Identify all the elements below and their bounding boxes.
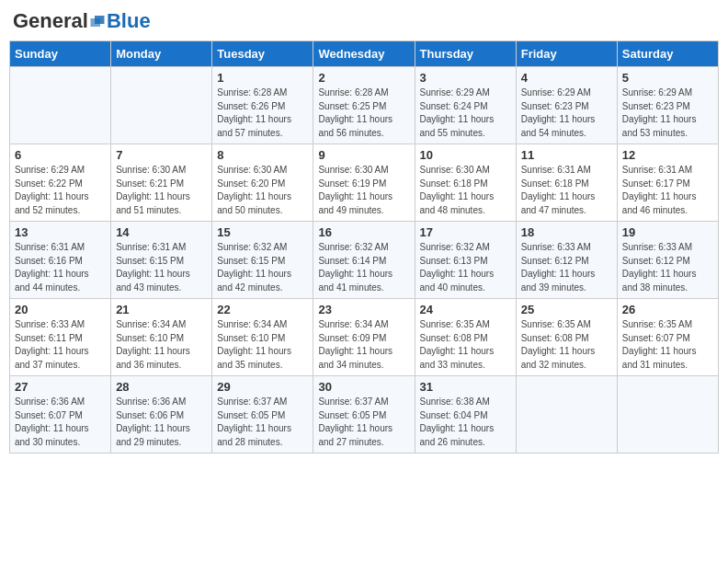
calendar-cell: 27Sunrise: 6:36 AM Sunset: 6:07 PM Dayli… — [10, 376, 111, 454]
calendar-week-row: 6Sunrise: 6:29 AM Sunset: 6:22 PM Daylig… — [10, 144, 719, 222]
day-info: Sunrise: 6:30 AM Sunset: 6:20 PM Dayligh… — [217, 164, 308, 217]
day-number: 10 — [420, 148, 511, 162]
weekday-header-thursday: Thursday — [415, 41, 516, 67]
calendar-cell: 16Sunrise: 6:32 AM Sunset: 6:14 PM Dayli… — [313, 222, 415, 299]
day-info: Sunrise: 6:31 AM Sunset: 6:18 PM Dayligh… — [521, 164, 612, 217]
weekday-header-tuesday: Tuesday — [212, 41, 313, 67]
calendar-cell: 26Sunrise: 6:35 AM Sunset: 6:07 PM Dayli… — [617, 299, 718, 376]
page-header: General Blue — [9, 9, 719, 33]
logo-general-text: General — [13, 9, 88, 33]
weekday-header-saturday: Saturday — [617, 41, 718, 67]
calendar-cell: 17Sunrise: 6:32 AM Sunset: 6:13 PM Dayli… — [415, 222, 516, 299]
calendar-cell: 14Sunrise: 6:31 AM Sunset: 6:15 PM Dayli… — [111, 222, 212, 299]
day-info: Sunrise: 6:31 AM Sunset: 6:16 PM Dayligh… — [15, 241, 106, 294]
day-number: 17 — [420, 225, 511, 239]
weekday-header-friday: Friday — [516, 41, 617, 67]
day-info: Sunrise: 6:34 AM Sunset: 6:10 PM Dayligh… — [217, 318, 308, 372]
calendar-body: 1Sunrise: 6:28 AM Sunset: 6:26 PM Daylig… — [10, 67, 719, 454]
calendar-cell: 24Sunrise: 6:35 AM Sunset: 6:08 PM Dayli… — [415, 299, 516, 376]
logo-blue-text: Blue — [107, 9, 151, 33]
day-info: Sunrise: 6:29 AM Sunset: 6:22 PM Dayligh… — [15, 164, 106, 217]
day-number: 27 — [15, 380, 106, 394]
day-number: 9 — [318, 148, 409, 162]
day-info: Sunrise: 6:29 AM Sunset: 6:24 PM Dayligh… — [420, 86, 511, 140]
logo-icon — [89, 13, 106, 29]
weekday-header-sunday: Sunday — [10, 41, 111, 67]
day-info: Sunrise: 6:28 AM Sunset: 6:25 PM Dayligh… — [318, 86, 409, 140]
day-number: 25 — [521, 303, 612, 316]
day-number: 26 — [622, 303, 713, 316]
calendar-cell: 13Sunrise: 6:31 AM Sunset: 6:16 PM Dayli… — [10, 222, 111, 299]
calendar-cell: 23Sunrise: 6:34 AM Sunset: 6:09 PM Dayli… — [313, 299, 415, 376]
day-info: Sunrise: 6:35 AM Sunset: 6:07 PM Dayligh… — [622, 318, 713, 372]
calendar-cell: 7Sunrise: 6:30 AM Sunset: 6:21 PM Daylig… — [111, 144, 212, 222]
calendar-cell: 5Sunrise: 6:29 AM Sunset: 6:23 PM Daylig… — [617, 67, 718, 144]
day-info: Sunrise: 6:28 AM Sunset: 6:26 PM Dayligh… — [217, 86, 308, 140]
calendar-cell: 18Sunrise: 6:33 AM Sunset: 6:12 PM Dayli… — [516, 222, 617, 299]
calendar-cell: 10Sunrise: 6:30 AM Sunset: 6:18 PM Dayli… — [415, 144, 516, 222]
day-info: Sunrise: 6:33 AM Sunset: 6:12 PM Dayligh… — [622, 241, 713, 294]
calendar-cell: 21Sunrise: 6:34 AM Sunset: 6:10 PM Dayli… — [111, 299, 212, 376]
day-info: Sunrise: 6:34 AM Sunset: 6:09 PM Dayligh… — [318, 318, 409, 372]
day-info: Sunrise: 6:33 AM Sunset: 6:12 PM Dayligh… — [521, 241, 612, 294]
calendar-cell: 20Sunrise: 6:33 AM Sunset: 6:11 PM Dayli… — [10, 299, 111, 376]
calendar-cell: 2Sunrise: 6:28 AM Sunset: 6:25 PM Daylig… — [313, 67, 415, 144]
calendar-cell: 30Sunrise: 6:37 AM Sunset: 6:05 PM Dayli… — [313, 376, 415, 454]
day-number: 5 — [622, 71, 713, 85]
calendar-week-row: 13Sunrise: 6:31 AM Sunset: 6:16 PM Dayli… — [10, 222, 719, 299]
day-number: 21 — [116, 303, 207, 316]
day-number: 1 — [217, 71, 308, 85]
day-info: Sunrise: 6:36 AM Sunset: 6:07 PM Dayligh… — [15, 396, 106, 449]
calendar-cell: 1Sunrise: 6:28 AM Sunset: 6:26 PM Daylig… — [212, 67, 313, 144]
day-number: 22 — [217, 303, 308, 316]
calendar-table: SundayMondayTuesdayWednesdayThursdayFrid… — [9, 40, 719, 454]
day-info: Sunrise: 6:37 AM Sunset: 6:05 PM Dayligh… — [217, 396, 308, 449]
calendar-cell: 11Sunrise: 6:31 AM Sunset: 6:18 PM Dayli… — [516, 144, 617, 222]
day-number: 16 — [318, 225, 409, 239]
calendar-cell: 3Sunrise: 6:29 AM Sunset: 6:24 PM Daylig… — [415, 67, 516, 144]
day-info: Sunrise: 6:38 AM Sunset: 6:04 PM Dayligh… — [420, 396, 511, 449]
day-info: Sunrise: 6:36 AM Sunset: 6:06 PM Dayligh… — [116, 396, 207, 449]
day-info: Sunrise: 6:30 AM Sunset: 6:19 PM Dayligh… — [318, 164, 409, 217]
calendar-week-row: 27Sunrise: 6:36 AM Sunset: 6:07 PM Dayli… — [10, 376, 719, 454]
day-info: Sunrise: 6:34 AM Sunset: 6:10 PM Dayligh… — [116, 318, 207, 372]
day-info: Sunrise: 6:31 AM Sunset: 6:15 PM Dayligh… — [116, 241, 207, 294]
day-number: 11 — [521, 148, 612, 162]
day-info: Sunrise: 6:33 AM Sunset: 6:11 PM Dayligh… — [15, 318, 106, 372]
calendar-cell: 28Sunrise: 6:36 AM Sunset: 6:06 PM Dayli… — [111, 376, 212, 454]
day-info: Sunrise: 6:32 AM Sunset: 6:14 PM Dayligh… — [318, 241, 409, 294]
weekday-header-wednesday: Wednesday — [313, 41, 415, 67]
calendar-cell: 29Sunrise: 6:37 AM Sunset: 6:05 PM Dayli… — [212, 376, 313, 454]
calendar-cell: 22Sunrise: 6:34 AM Sunset: 6:10 PM Dayli… — [212, 299, 313, 376]
logo: General Blue — [13, 9, 151, 33]
day-number: 13 — [15, 225, 106, 239]
calendar-header-row: SundayMondayTuesdayWednesdayThursdayFrid… — [10, 41, 719, 67]
svg-marker-1 — [90, 18, 100, 27]
day-number: 29 — [217, 380, 308, 394]
calendar-cell: 8Sunrise: 6:30 AM Sunset: 6:20 PM Daylig… — [212, 144, 313, 222]
calendar-cell: 19Sunrise: 6:33 AM Sunset: 6:12 PM Dayli… — [617, 222, 718, 299]
day-info: Sunrise: 6:32 AM Sunset: 6:13 PM Dayligh… — [420, 241, 511, 294]
day-number: 12 — [622, 148, 713, 162]
day-number: 19 — [622, 225, 713, 239]
calendar-week-row: 20Sunrise: 6:33 AM Sunset: 6:11 PM Dayli… — [10, 299, 719, 376]
day-number: 3 — [420, 71, 511, 85]
day-number: 20 — [15, 303, 106, 316]
day-info: Sunrise: 6:35 AM Sunset: 6:08 PM Dayligh… — [420, 318, 511, 372]
calendar-week-row: 1Sunrise: 6:28 AM Sunset: 6:26 PM Daylig… — [10, 67, 719, 144]
calendar-cell — [10, 67, 111, 144]
calendar-cell: 4Sunrise: 6:29 AM Sunset: 6:23 PM Daylig… — [516, 67, 617, 144]
day-number: 2 — [318, 71, 409, 85]
day-number: 4 — [521, 71, 612, 85]
day-number: 28 — [116, 380, 207, 394]
day-number: 30 — [318, 380, 409, 394]
day-number: 8 — [217, 148, 308, 162]
day-number: 7 — [116, 148, 207, 162]
day-number: 23 — [318, 303, 409, 316]
day-info: Sunrise: 6:37 AM Sunset: 6:05 PM Dayligh… — [318, 396, 409, 449]
day-number: 18 — [521, 225, 612, 239]
calendar-cell — [111, 67, 212, 144]
day-info: Sunrise: 6:30 AM Sunset: 6:21 PM Dayligh… — [116, 164, 207, 217]
day-info: Sunrise: 6:29 AM Sunset: 6:23 PM Dayligh… — [521, 86, 612, 140]
calendar-cell: 31Sunrise: 6:38 AM Sunset: 6:04 PM Dayli… — [415, 376, 516, 454]
